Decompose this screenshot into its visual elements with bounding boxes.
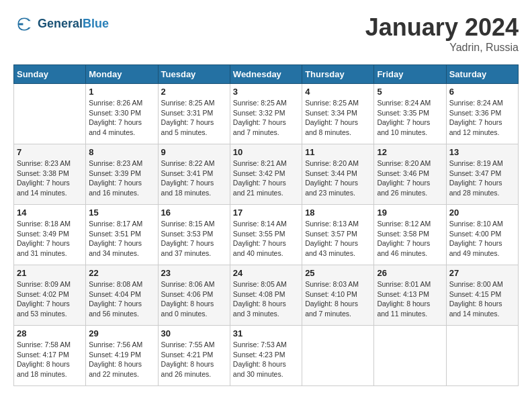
day-number: 30 [161,328,227,338]
weekday-header: Tuesday [158,65,230,84]
day-number: 5 [377,87,443,97]
day-number: 1 [89,87,154,97]
calendar-cell: 7Sunrise: 8:23 AMSunset: 3:38 PMDaylight… [14,144,86,205]
calendar-week-row: 1Sunrise: 8:26 AMSunset: 3:30 PMDaylight… [14,84,519,144]
day-number: 23 [161,268,227,278]
calendar-cell: 8Sunrise: 8:23 AMSunset: 3:39 PMDaylight… [86,144,158,205]
weekday-header: Wednesday [230,65,302,84]
day-info: Sunrise: 8:03 AMSunset: 4:10 PMDaylight:… [305,279,371,319]
calendar-cell: 31Sunrise: 7:53 AMSunset: 4:23 PMDayligh… [230,326,302,386]
day-number: 26 [377,268,443,278]
logo: GeneralBlue [13,13,109,35]
weekday-header-row: SundayMondayTuesdayWednesdayThursdayFrid… [14,65,519,84]
calendar-cell: 26Sunrise: 8:01 AMSunset: 4:13 PMDayligh… [374,265,446,326]
day-info: Sunrise: 8:09 AMSunset: 4:02 PMDaylight:… [17,279,83,319]
calendar-week-row: 21Sunrise: 8:09 AMSunset: 4:02 PMDayligh… [14,265,519,326]
calendar-cell [446,326,518,386]
calendar-cell: 29Sunrise: 7:56 AMSunset: 4:19 PMDayligh… [86,326,158,386]
calendar-cell: 28Sunrise: 7:58 AMSunset: 4:17 PMDayligh… [14,326,86,386]
day-info: Sunrise: 7:58 AMSunset: 4:17 PMDaylight:… [17,340,83,379]
weekday-header: Saturday [446,65,518,84]
day-number: 6 [449,87,515,97]
calendar-cell: 15Sunrise: 8:17 AMSunset: 3:51 PMDayligh… [86,205,158,265]
weekday-header: Monday [86,65,158,84]
day-number: 2 [161,87,227,97]
day-info: Sunrise: 8:08 AMSunset: 4:04 PMDaylight:… [89,279,154,319]
day-number: 4 [305,87,371,97]
day-number: 9 [161,147,227,157]
day-info: Sunrise: 8:24 AMSunset: 3:35 PMDaylight:… [377,98,443,138]
day-info: Sunrise: 8:13 AMSunset: 3:57 PMDaylight:… [305,219,371,259]
calendar-cell [302,326,374,386]
day-info: Sunrise: 7:55 AMSunset: 4:21 PMDaylight:… [161,340,227,379]
day-info: Sunrise: 8:10 AMSunset: 4:00 PMDaylight:… [449,219,515,259]
calendar-cell: 6Sunrise: 8:24 AMSunset: 3:36 PMDaylight… [446,84,518,144]
logo-icon [13,13,35,35]
calendar-cell: 14Sunrise: 8:18 AMSunset: 3:49 PMDayligh… [14,205,86,265]
calendar-cell: 24Sunrise: 8:05 AMSunset: 4:08 PMDayligh… [230,265,302,326]
day-number: 7 [17,147,83,157]
day-info: Sunrise: 8:25 AMSunset: 3:32 PMDaylight:… [233,98,299,138]
day-number: 31 [233,328,299,338]
calendar-cell: 25Sunrise: 8:03 AMSunset: 4:10 PMDayligh… [302,265,374,326]
calendar-cell: 30Sunrise: 7:55 AMSunset: 4:21 PMDayligh… [158,326,230,386]
calendar-table: SundayMondayTuesdayWednesdayThursdayFrid… [13,64,519,386]
day-info: Sunrise: 8:22 AMSunset: 3:41 PMDaylight:… [161,158,227,198]
title-block: January 2024 Yadrin, Russia [365,13,519,54]
calendar-cell: 22Sunrise: 8:08 AMSunset: 4:04 PMDayligh… [86,265,158,326]
calendar-cell: 5Sunrise: 8:24 AMSunset: 3:35 PMDaylight… [374,84,446,144]
day-info: Sunrise: 8:20 AMSunset: 3:44 PMDaylight:… [305,158,371,198]
day-info: Sunrise: 7:56 AMSunset: 4:19 PMDaylight:… [89,340,154,379]
day-number: 25 [305,268,371,278]
calendar-cell: 27Sunrise: 8:00 AMSunset: 4:15 PMDayligh… [446,265,518,326]
calendar-week-row: 28Sunrise: 7:58 AMSunset: 4:17 PMDayligh… [14,326,519,386]
day-info: Sunrise: 8:06 AMSunset: 4:06 PMDaylight:… [161,279,227,319]
location: Yadrin, Russia [365,42,519,54]
day-number: 20 [449,208,515,218]
calendar-cell [374,326,446,386]
calendar-cell: 18Sunrise: 8:13 AMSunset: 3:57 PMDayligh… [302,205,374,265]
calendar-cell: 4Sunrise: 8:25 AMSunset: 3:34 PMDaylight… [302,84,374,144]
day-info: Sunrise: 8:15 AMSunset: 3:53 PMDaylight:… [161,219,227,259]
day-info: Sunrise: 7:53 AMSunset: 4:23 PMDaylight:… [233,340,299,379]
day-info: Sunrise: 8:17 AMSunset: 3:51 PMDaylight:… [89,219,154,259]
calendar-cell: 19Sunrise: 8:12 AMSunset: 3:58 PMDayligh… [374,205,446,265]
day-number: 21 [17,268,83,278]
day-info: Sunrise: 8:25 AMSunset: 3:34 PMDaylight:… [305,98,371,138]
day-number: 15 [89,208,154,218]
day-info: Sunrise: 8:21 AMSunset: 3:42 PMDaylight:… [233,158,299,198]
calendar-cell: 23Sunrise: 8:06 AMSunset: 4:06 PMDayligh… [158,265,230,326]
calendar-cell: 12Sunrise: 8:20 AMSunset: 3:46 PMDayligh… [374,144,446,205]
day-info: Sunrise: 8:20 AMSunset: 3:46 PMDaylight:… [377,158,443,198]
day-info: Sunrise: 8:00 AMSunset: 4:15 PMDaylight:… [449,279,515,319]
day-number: 19 [377,208,443,218]
calendar-week-row: 7Sunrise: 8:23 AMSunset: 3:38 PMDaylight… [14,144,519,205]
day-info: Sunrise: 8:25 AMSunset: 3:31 PMDaylight:… [161,98,227,138]
day-number: 16 [161,208,227,218]
day-number: 27 [449,268,515,278]
calendar-cell: 21Sunrise: 8:09 AMSunset: 4:02 PMDayligh… [14,265,86,326]
logo-text: GeneralBlue [38,17,109,31]
day-info: Sunrise: 8:19 AMSunset: 3:47 PMDaylight:… [449,158,515,198]
day-number: 14 [17,208,83,218]
day-number: 22 [89,268,154,278]
day-number: 8 [89,147,154,157]
weekday-header: Friday [374,65,446,84]
day-number: 3 [233,87,299,97]
day-info: Sunrise: 8:23 AMSunset: 3:38 PMDaylight:… [17,158,83,198]
day-info: Sunrise: 8:05 AMSunset: 4:08 PMDaylight:… [233,279,299,319]
calendar-cell: 9Sunrise: 8:22 AMSunset: 3:41 PMDaylight… [158,144,230,205]
calendar-cell: 1Sunrise: 8:26 AMSunset: 3:30 PMDaylight… [86,84,158,144]
page-header: GeneralBlue January 2024 Yadrin, Russia [13,13,519,54]
day-info: Sunrise: 8:23 AMSunset: 3:39 PMDaylight:… [89,158,154,198]
calendar-week-row: 14Sunrise: 8:18 AMSunset: 3:49 PMDayligh… [14,205,519,265]
day-info: Sunrise: 8:12 AMSunset: 3:58 PMDaylight:… [377,219,443,259]
calendar-cell: 16Sunrise: 8:15 AMSunset: 3:53 PMDayligh… [158,205,230,265]
day-info: Sunrise: 8:26 AMSunset: 3:30 PMDaylight:… [89,98,154,138]
day-info: Sunrise: 8:01 AMSunset: 4:13 PMDaylight:… [377,279,443,319]
calendar-cell: 13Sunrise: 8:19 AMSunset: 3:47 PMDayligh… [446,144,518,205]
day-number: 18 [305,208,371,218]
weekday-header: Sunday [14,65,86,84]
day-number: 10 [233,147,299,157]
day-number: 24 [233,268,299,278]
